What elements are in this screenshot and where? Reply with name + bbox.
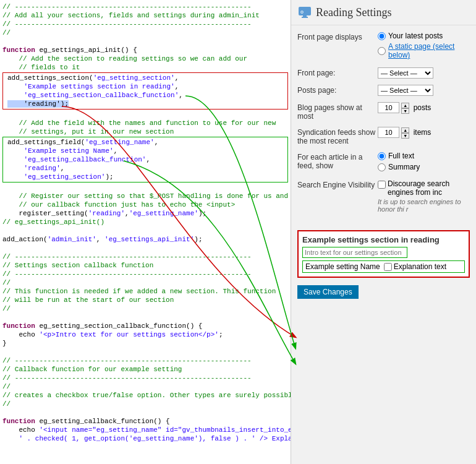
code-line: // eg_settings_api_init(): [0, 218, 291, 226]
posts-page-select[interactable]: — Select —: [378, 85, 433, 96]
code-line: // Add the section to reading settings s…: [0, 54, 291, 63]
code-line: [0, 408, 291, 417]
code-line: add_action('admin_init', 'eg_settings_ap…: [0, 235, 291, 244]
radio-full-text[interactable]: Full text: [378, 152, 470, 160]
radio-summary-input[interactable]: [378, 163, 386, 171]
blog-pages-unit: posts: [414, 103, 431, 112]
settings-title: Reading Settings: [316, 6, 392, 19]
code-line: 'eg_setting_section_callback_function',: [5, 91, 286, 100]
code-line: add_settings_field('eg_setting_name',: [5, 138, 286, 147]
explanation-label: Explanation text: [394, 262, 446, 271]
code-line: // will be run at the start of our secti…: [0, 296, 291, 304]
code-line: //: [0, 400, 291, 408]
front-page-label: Front page displays: [297, 32, 378, 41]
code-line: function eg_settings_api_init() {: [0, 46, 291, 54]
code-line: [0, 244, 291, 252]
syn-spin-down[interactable]: ▼: [401, 133, 409, 139]
spin-down[interactable]: ▼: [401, 108, 409, 114]
syndication-input[interactable]: [378, 127, 399, 138]
posts-page-label: Posts page:: [297, 85, 378, 95]
search-row: Search Engine Visibility Discourage sear…: [297, 179, 470, 213]
add-settings-section-box: add_settings_section('eg_setting_section…: [2, 72, 288, 110]
radio-full-text-label: Full text: [388, 152, 414, 160]
code-panel: // -------------------------------------…: [0, 0, 291, 464]
code-line: // -------------------------------------…: [0, 252, 291, 261]
code-line: // settings, put it in our new section: [0, 127, 291, 136]
radio-summary[interactable]: Summary: [378, 163, 470, 171]
code-line: echo '<input name="eg_setting_name" id="…: [0, 426, 291, 434]
radio-static-page-input[interactable]: [378, 47, 386, 55]
search-value: Discourage search engines from inc It is…: [378, 179, 470, 213]
search-checkbox[interactable]: [378, 181, 386, 189]
posts-page-value: — Select —: [378, 85, 470, 96]
syndication-spinner: ▲ ▼: [401, 127, 409, 139]
code-line: // This function is needed if we added a…: [0, 287, 291, 296]
spin-up[interactable]: ▲: [401, 103, 409, 108]
code-line: // -------------------------------------…: [0, 270, 291, 278]
posts-page-row: Posts page: — Select —: [297, 85, 470, 96]
code-line: //: [0, 278, 291, 287]
code-line: // -------------------------------------…: [0, 2, 291, 11]
feed-label: For each article in a feed, show: [297, 152, 378, 170]
code-line: }: [0, 339, 291, 348]
code-line: 'Example setting Name',: [5, 147, 286, 155]
blog-pages-spinner: ▲ ▼: [401, 103, 409, 114]
blog-pages-row: Blog pages show at most ▲ ▼ posts: [297, 102, 470, 121]
search-label: Search Engine Visibility: [297, 179, 378, 189]
code-line: [0, 110, 291, 119]
example-section-title: Example settings section in reading: [302, 235, 465, 244]
code-line: [0, 183, 291, 192]
example-field-label: Example setting Name: [305, 262, 380, 271]
save-button[interactable]: Save Changes: [297, 285, 359, 299]
code-line: 'eg_setting_section');: [5, 173, 286, 181]
front-page-options: Your latest posts A static page (select …: [378, 32, 470, 61]
syndication-label: Syndication feeds show the most recent: [297, 127, 378, 145]
blog-pages-label: Blog pages show at most: [297, 102, 378, 121]
static-page-link[interactable]: A static page (select below): [388, 42, 470, 59]
code-line: // Register our setting so that $_POST h…: [0, 192, 291, 200]
code-line: // Add the field with the names and func…: [0, 119, 291, 127]
code-line: [0, 313, 291, 322]
blog-pages-value: ▲ ▼ posts: [378, 102, 470, 114]
radio-summary-label: Summary: [388, 163, 420, 171]
settings-icon: ⚙: [297, 5, 312, 20]
code-line: ' . checked( 1, get_option('eg_setting_n…: [0, 434, 291, 443]
radio-latest-posts-input[interactable]: [378, 32, 386, 40]
search-text: Discourage search engines from inc: [388, 179, 470, 197]
code-line: echo '<p>Intro text for our settings sec…: [0, 330, 291, 339]
code-line: //: [0, 28, 291, 37]
code-line: //: [0, 304, 291, 313]
radio-static-page[interactable]: A static page (select below): [378, 42, 470, 59]
code-line: //: [0, 382, 291, 391]
syn-spin-up[interactable]: ▲: [401, 127, 409, 133]
explanation-checkbox[interactable]: [384, 263, 392, 271]
code-line: [0, 37, 291, 46]
front-page-select[interactable]: — Select —: [378, 67, 433, 79]
intro-text-input[interactable]: [302, 247, 407, 258]
syndication-unit: items: [414, 128, 431, 137]
code-line: [0, 226, 291, 235]
code-line: // -------------------------------------…: [0, 374, 291, 382]
feed-options: Full text Summary: [378, 152, 470, 173]
code-line: // Callback function for our example set…: [0, 365, 291, 374]
blog-pages-input[interactable]: [378, 102, 399, 113]
feed-row: For each article in a feed, show Full te…: [297, 152, 470, 173]
front-page-select-label: Front page:: [297, 67, 378, 77]
radio-latest-posts[interactable]: Your latest posts: [378, 32, 470, 40]
code-line: function eg_setting_callback_function() …: [0, 417, 291, 426]
radio-full-text-input[interactable]: [378, 152, 386, 160]
code-line: [0, 348, 291, 356]
syndication-row: Syndication feeds show the most recent ▲…: [297, 127, 470, 145]
explanation-checkbox-row: Explanation text: [384, 262, 446, 271]
code-line: add_settings_section('eg_setting_section…: [5, 74, 286, 82]
code-line: // Settings section callback function: [0, 261, 291, 270]
code-line: // Add all your sections, fields and set…: [0, 11, 291, 20]
code-line: register_setting('reading','eg_setting_n…: [0, 209, 291, 218]
settings-body: Front page displays Your latest posts A …: [291, 25, 476, 225]
syndication-value: ▲ ▼ items: [378, 127, 470, 139]
front-page-select-value: — Select —: [378, 67, 470, 79]
code-line: // creates a checkbox true/false option.…: [0, 391, 291, 400]
svg-text:⚙: ⚙: [300, 9, 304, 15]
code-line: // fields to it: [0, 63, 291, 72]
example-field-row: Example setting Name Explanation text: [302, 260, 465, 273]
